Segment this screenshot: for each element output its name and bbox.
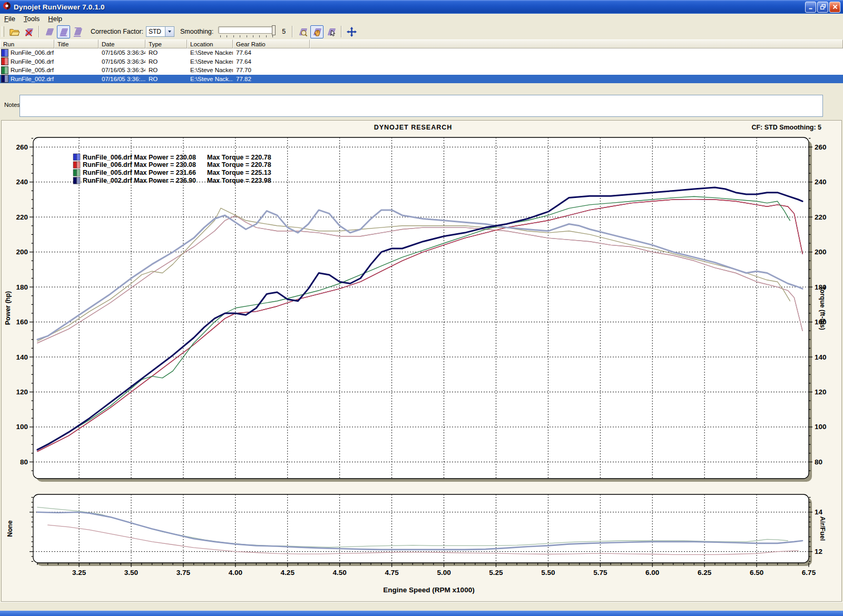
restore-icon: [819, 3, 827, 11]
legend-text-power: RunFile_006.drf Max Power = 230.08: [83, 161, 196, 168]
legend-chip-left: [73, 177, 77, 184]
open-run-button[interactable]: [8, 25, 21, 38]
cell-location: E:\Steve Nackers\: [187, 58, 233, 65]
column-header-title[interactable]: Title: [54, 39, 99, 48]
move-cross-icon: [346, 26, 357, 37]
graph-layout-2-button[interactable]: [57, 25, 70, 38]
power-tick-label: 240: [16, 178, 28, 186]
close-run-button[interactable]: [22, 25, 35, 38]
cell-gear-ratio: 77.64: [233, 58, 310, 65]
torque-tick-label: 140: [815, 353, 827, 361]
combo-dropdown-button[interactable]: [165, 27, 174, 36]
graph-layout-3-button[interactable]: [71, 25, 84, 38]
power-axis-title: Power (hp): [4, 291, 12, 325]
rpm-tick-label: 4.00: [229, 569, 242, 577]
run-color-chip: [1, 49, 8, 57]
minimize-icon: [807, 3, 815, 11]
power-tick-label: 220: [16, 213, 28, 221]
run-row-runfile_006-drf[interactable]: RunFile_006.drf07/16/05 3:36:34 IROE:\St…: [0, 48, 843, 57]
torque-axis-title: Torque (ft-lbs): [819, 286, 826, 330]
torque-tick-label: 200: [815, 248, 827, 256]
torque-tick-label: 100: [815, 423, 827, 431]
smoothing-slider[interactable]: [218, 25, 278, 38]
torque-tick-label: 120: [815, 388, 827, 396]
legend-text-torque: Max Torque = 223.98: [207, 177, 271, 184]
cell-type: RO: [145, 49, 187, 56]
pan-hand-icon: [311, 26, 322, 37]
zoom-graph-button[interactable]: [296, 25, 309, 38]
menu-help[interactable]: Help: [44, 14, 66, 23]
rpm-tick-label: 4.75: [385, 569, 399, 577]
power-tick-label: 80: [20, 458, 28, 466]
pan-graph-button[interactable]: [310, 25, 324, 38]
menu-tools[interactable]: Tools: [19, 14, 44, 23]
slider-thumb[interactable]: [272, 25, 276, 35]
run-color-chip: [1, 75, 8, 83]
dyno-chart[interactable]: DYNOJET RESEARCHCF: STD Smoothing: 58080…: [2, 121, 841, 601]
column-header-type[interactable]: Type: [145, 39, 187, 48]
menu-file[interactable]: File: [0, 14, 19, 23]
titlebar: Dynojet RunViewer 7.0.1.0: [0, 0, 843, 14]
cell-type: RO: [145, 76, 187, 82]
legend-chip-right: [77, 154, 81, 161]
legend-chip-right: [77, 177, 81, 184]
smoothing-label: Smoothing:: [180, 28, 213, 35]
torque-tick-label: 240: [815, 178, 827, 186]
graph-layout-1-button[interactable]: [43, 25, 56, 38]
legend-text-torque: Max Torque = 220.78: [207, 161, 271, 168]
column-header-gear-ratio[interactable]: Gear Ratio: [233, 39, 310, 48]
power-tick-label: 120: [16, 388, 28, 396]
graph-split-icon: [58, 26, 69, 37]
af-tick-label: 14: [815, 508, 823, 516]
slider-ticks: [220, 35, 273, 37]
af-right-axis-title: Air/Fuel: [819, 516, 826, 541]
cell-location: E:\Steve Nackers\: [187, 67, 233, 73]
cursor-arrow-icon: [326, 26, 337, 37]
correction-factor-value: STD: [146, 27, 165, 36]
column-header-run[interactable]: Run: [0, 39, 54, 48]
run-row-runfile_005-drf[interactable]: RunFile_005.drf07/16/05 3:36:34 IROE:\St…: [0, 66, 843, 75]
cell-location: E:\Steve Nackers\: [187, 49, 233, 56]
run-list: RunTitleDateTypeLocationGear Ratio RunFi…: [0, 39, 843, 83]
cell-gear-ratio: 77.82: [233, 76, 310, 82]
slider-track[interactable]: [218, 26, 274, 34]
legend-chip-left: [73, 170, 77, 176]
cell-type: RO: [145, 67, 187, 73]
run-row-runfile_006-drf[interactable]: RunFile_006.drf07/16/05 3:36:34 IROE:\St…: [0, 57, 843, 66]
status-bar: [0, 602, 843, 611]
cell-date: 07/16/05 3:36:34 I: [99, 49, 145, 56]
cell-location: E:\Steve Nack...: [187, 76, 233, 82]
run-color-chip: [1, 57, 8, 65]
delete-graph-icon: [23, 26, 34, 37]
legend-text-power: RunFile_005.drf Max Power = 231.66: [83, 169, 196, 176]
graph-single-icon: [44, 26, 55, 37]
chart-title: DYNOJET RESEARCH: [374, 124, 453, 131]
cell-run: RunFile_006.drf: [0, 57, 54, 65]
power-tick-label: 200: [16, 248, 28, 256]
correction-factor-select[interactable]: STD: [146, 26, 174, 37]
chart-panel: DYNOJET RESEARCHCF: STD Smoothing: 58080…: [1, 120, 842, 602]
toolbar: Correction Factor: STD Smoothing: 5: [0, 24, 843, 40]
toolbar-grip[interactable]: [2, 26, 4, 37]
minimize-button[interactable]: [805, 2, 816, 13]
notes-input[interactable]: [19, 95, 823, 117]
zoom-graph-icon: [297, 26, 308, 37]
column-header-date[interactable]: Date: [99, 39, 145, 48]
run-row-runfile_002-drf[interactable]: RunFile_002.drf07/16/05 3:36:...ROE:\Ste…: [0, 75, 843, 84]
rpm-tick-label: 4.25: [281, 569, 295, 577]
column-header-filler: [310, 39, 843, 48]
window-title: Dynojet RunViewer 7.0.1.0: [14, 3, 105, 11]
torque-tick-label: 260: [815, 143, 827, 151]
rpm-tick-label: 5.00: [437, 569, 450, 577]
move-axes-button[interactable]: [345, 25, 358, 38]
rpm-tick-label: 4.50: [333, 569, 347, 577]
cell-type: RO: [145, 58, 187, 65]
chart-settings-label: CF: STD Smoothing: 5: [751, 124, 821, 131]
legend: RunFile_006.drf Max Power = 230.08Max To…: [73, 154, 271, 185]
power-tick-label: 140: [16, 353, 28, 361]
toolbar-separator: [38, 26, 40, 37]
column-header-location[interactable]: Location: [187, 39, 233, 48]
select-graph-button[interactable]: [325, 25, 338, 38]
restore-button[interactable]: [817, 2, 828, 13]
close-button[interactable]: [829, 2, 840, 13]
